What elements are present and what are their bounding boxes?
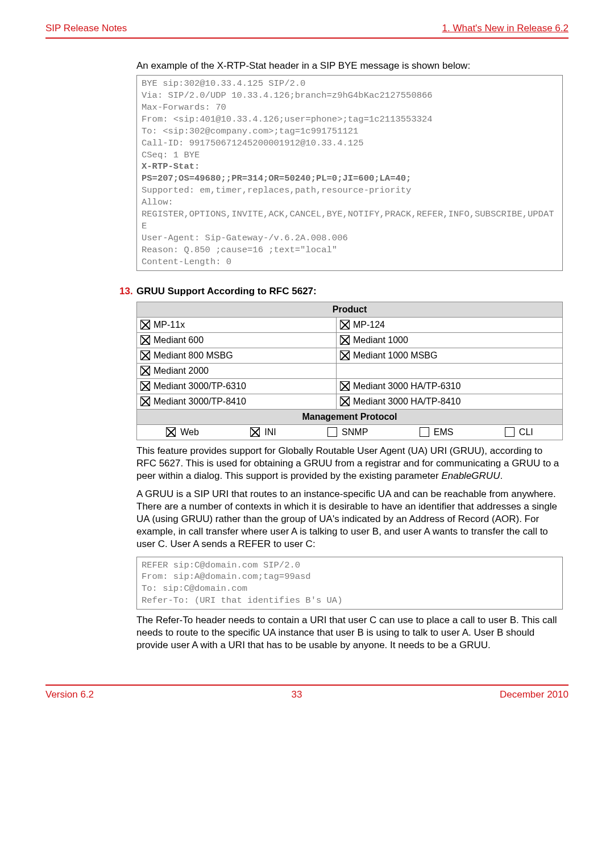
product-label: MP-11x (154, 320, 185, 330)
code-line-bold: X-RTP-Stat: (142, 161, 200, 172)
code-line: User-Agent: Sip-Gateway-/v.6.2A.008.006 (142, 233, 348, 243)
header-left: SIP Release Notes (45, 23, 127, 34)
checkbox-checked-icon (140, 335, 150, 345)
checkbox-checked-icon (166, 427, 176, 437)
code-line: Allow: (142, 197, 173, 207)
code-line: REGISTER,OPTIONS,INVITE,ACK,CANCEL,BYE,N… (142, 209, 554, 231)
code-line: Max-Forwards: 70 (142, 102, 226, 112)
footer-right: December 2010 (500, 689, 569, 700)
checkbox-icon (327, 427, 337, 437)
intro-text: An example of the X-RTP-Stat header in a… (136, 60, 563, 72)
mgmt-label: SNMP (342, 427, 368, 437)
checkbox-icon (505, 427, 515, 437)
checkbox-checked-icon (140, 381, 150, 391)
item-number: 13. (119, 286, 136, 297)
checkbox-checked-icon (140, 320, 150, 329)
para-em: EnableGRUU (441, 470, 500, 481)
checkbox-checked-icon (140, 397, 150, 406)
code-line: From: <sip:401@10.33.4.126;user=phone>;t… (142, 114, 433, 124)
table-row: Mediant 3000/TP-6310 Mediant 3000 HA/TP-… (137, 378, 563, 394)
mgmt-label: EMS (434, 427, 454, 437)
table-row: Mediant 2000 (137, 363, 563, 378)
header-right: 1. What's New in Release 6.2 (442, 23, 569, 34)
table-row: MP-11x MP-124 (137, 317, 563, 332)
mgmt-label: INI (264, 427, 276, 437)
table-row: Mediant 600 Mediant 1000 (137, 332, 563, 348)
code-line: Call-ID: 991750671245200001912@10.33.4.1… (142, 138, 364, 148)
numbered-heading: 13. GRUU Support According to RFC 5627: (119, 286, 569, 297)
table-row: Mediant 3000/TP-8410 Mediant 3000 HA/TP-… (137, 394, 563, 409)
product-label: Mediant 3000/TP-6310 (154, 381, 246, 391)
page-header: SIP Release Notes 1. What's New in Relea… (45, 23, 569, 39)
code-line: BYE sip:302@10.33.4.125 SIP/2.0 (142, 78, 305, 89)
product-label: Mediant 3000/TP-8410 (154, 397, 246, 407)
code-line: Via: SIP/2.0/UDP 10.33.4.126;branch=z9hG… (142, 90, 433, 101)
checkbox-checked-icon (250, 427, 260, 437)
product-label: Mediant 800 MSBG (154, 350, 233, 361)
checkbox-checked-icon (140, 350, 150, 360)
checkbox-icon (420, 427, 429, 437)
mgmt-label: Web (180, 427, 199, 437)
product-label: Mediant 1000 (353, 335, 408, 345)
code-block-refer: REFER sip:C@domain.com SIP/2.0 From: sip… (136, 557, 563, 610)
footer-left: Version 6.2 (45, 689, 94, 700)
code-line: Supported: em,timer,replaces,path,resour… (142, 185, 411, 195)
product-label: Mediant 2000 (154, 366, 209, 376)
product-label: Mediant 1000 MSBG (353, 350, 438, 361)
checkbox-checked-icon (340, 397, 350, 406)
code-block-bye: BYE sip:302@10.33.4.125 SIP/2.0 Via: SIP… (136, 75, 563, 271)
code-line-bold: PS=207;OS=49680;;PR=314;OR=50240;PL=0;JI… (142, 173, 411, 183)
checkbox-checked-icon (340, 335, 350, 345)
paragraph: This feature provides support for Global… (136, 445, 563, 482)
code-line: Refer-To: (URI that identifies B's UA) (142, 595, 342, 606)
table-header-product: Product (137, 302, 563, 317)
code-line: To: sip:C@domain.com (142, 583, 247, 594)
code-line: To: <sip:302@company.com>;tag=1c99175112… (142, 126, 358, 136)
code-line: CSeq: 1 BYE (142, 150, 200, 160)
table-header-mgmt: Management Protocol (137, 409, 563, 424)
table-row: Web INI SNMP EMS CLI (137, 424, 563, 440)
checkbox-checked-icon (340, 381, 350, 391)
code-line: From: sip:A@domain.com;tag=99asd (142, 571, 311, 582)
checkbox-checked-icon (340, 350, 350, 360)
product-label: Mediant 600 (154, 335, 204, 345)
code-line: Content-Length: 0 (142, 257, 231, 267)
code-line: REFER sip:C@domain.com SIP/2.0 (142, 560, 300, 570)
footer-center: 33 (292, 689, 302, 700)
page-footer: Version 6.2 33 December 2010 (45, 685, 569, 700)
paragraph: A GRUU is a SIP URI that routes to an in… (136, 488, 563, 550)
checkbox-checked-icon (140, 366, 150, 375)
item-title: GRUU Support According to RFC 5627: (136, 286, 317, 297)
para-text: . (500, 470, 503, 481)
table-row: Mediant 800 MSBG Mediant 1000 MSBG (137, 348, 563, 363)
mgmt-label: CLI (519, 427, 533, 437)
product-label: Mediant 3000 HA/TP-8410 (353, 397, 460, 407)
code-line: Reason: Q.850 ;cause=16 ;text="local" (142, 245, 337, 255)
checkbox-checked-icon (340, 320, 350, 329)
product-table: Product MP-11x MP-124 Mediant 600 Median… (136, 302, 563, 440)
product-label: MP-124 (353, 320, 385, 330)
product-label: Mediant 3000 HA/TP-6310 (353, 381, 460, 391)
paragraph: The Refer-To header needs to contain a U… (136, 614, 563, 652)
